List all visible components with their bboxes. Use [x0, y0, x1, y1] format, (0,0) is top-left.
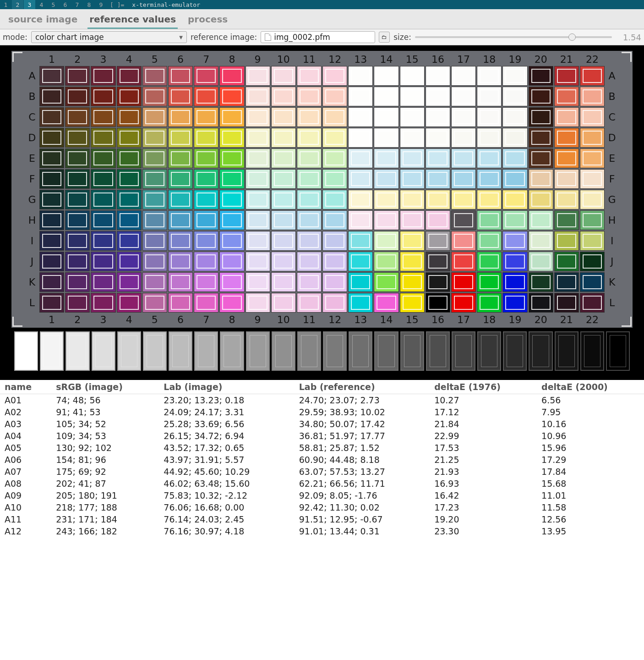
- swatch-B08[interactable]: [219, 87, 244, 106]
- swatch-A08[interactable]: [219, 66, 244, 86]
- swatch-D13[interactable]: [348, 128, 373, 148]
- swatch-D21[interactable]: [554, 128, 579, 148]
- swatch-A22[interactable]: [580, 66, 605, 86]
- swatch-K12[interactable]: [322, 272, 347, 292]
- swatch-E04[interactable]: [117, 148, 142, 168]
- swatch-D01[interactable]: [39, 128, 64, 148]
- col-header[interactable]: name: [0, 380, 51, 394]
- swatch-E15[interactable]: [400, 148, 425, 168]
- swatch-F05[interactable]: [142, 169, 167, 189]
- swatch-F07[interactable]: [194, 169, 218, 189]
- swatch-D14[interactable]: [374, 128, 398, 148]
- color-chart[interactable]: 12345678910111213141516171819202122AABBC…: [11, 51, 633, 328]
- swatch-A12[interactable]: [322, 66, 347, 86]
- table-row[interactable]: A0291; 41; 5324.09; 24.17; 3.3129.59; 38…: [0, 406, 644, 418]
- swatch-B07[interactable]: [194, 87, 218, 106]
- swatch-D02[interactable]: [65, 128, 90, 148]
- gray-swatch-23[interactable]: [606, 331, 630, 371]
- swatch-L02[interactable]: [65, 293, 90, 313]
- swatch-B18[interactable]: [477, 87, 502, 106]
- swatch-G15[interactable]: [400, 190, 425, 209]
- swatch-D07[interactable]: [194, 128, 218, 148]
- swatch-H06[interactable]: [168, 210, 193, 230]
- swatch-F06[interactable]: [168, 169, 193, 189]
- swatch-B22[interactable]: [580, 87, 605, 106]
- swatch-I19[interactable]: [502, 231, 527, 251]
- swatch-B12[interactable]: [322, 87, 347, 106]
- col-header[interactable]: Lab (reference): [295, 380, 430, 394]
- swatch-F15[interactable]: [400, 169, 425, 189]
- swatch-H07[interactable]: [194, 210, 218, 230]
- swatch-F01[interactable]: [39, 169, 64, 189]
- swatch-B13[interactable]: [348, 87, 373, 106]
- crop-corner-top-right[interactable]: [622, 52, 632, 62]
- swatch-D22[interactable]: [580, 128, 605, 148]
- swatch-C05[interactable]: [142, 107, 167, 127]
- workspace-9[interactable]: 9: [95, 0, 107, 9]
- swatch-H12[interactable]: [322, 210, 347, 230]
- swatch-C14[interactable]: [374, 107, 398, 127]
- gray-swatch-16[interactable]: [426, 331, 450, 371]
- swatch-I12[interactable]: [322, 231, 347, 251]
- col-header[interactable]: deltaE (2000): [537, 380, 644, 394]
- swatch-F09[interactable]: [246, 169, 270, 189]
- swatch-D10[interactable]: [271, 128, 296, 148]
- table-row[interactable]: A05130; 92; 10243.52; 17.32; 0.6558.81; …: [0, 442, 644, 454]
- swatch-K02[interactable]: [65, 272, 90, 292]
- gray-swatch-1[interactable]: [40, 331, 64, 371]
- swatch-E06[interactable]: [168, 148, 193, 168]
- swatch-C07[interactable]: [194, 107, 218, 127]
- swatch-H14[interactable]: [374, 210, 398, 230]
- swatch-G18[interactable]: [477, 190, 502, 209]
- swatch-I01[interactable]: [39, 231, 64, 251]
- swatch-F22[interactable]: [580, 169, 605, 189]
- mode-combo[interactable]: color chart image ▼: [31, 31, 187, 43]
- table-row[interactable]: A12243; 166; 18276.16; 30.97; 4.1891.01;…: [0, 525, 644, 537]
- swatch-A19[interactable]: [502, 66, 527, 86]
- swatch-G03[interactable]: [91, 190, 115, 209]
- swatch-D11[interactable]: [297, 128, 322, 148]
- swatch-G10[interactable]: [271, 190, 296, 209]
- gray-swatch-20[interactable]: [529, 331, 552, 371]
- swatch-H21[interactable]: [554, 210, 579, 230]
- swatch-G04[interactable]: [117, 190, 142, 209]
- workspace-4[interactable]: 4: [36, 0, 48, 9]
- gray-swatch-4[interactable]: [117, 331, 141, 371]
- gray-swatch-10[interactable]: [272, 331, 295, 371]
- swatch-L20[interactable]: [529, 293, 553, 313]
- swatch-F11[interactable]: [297, 169, 322, 189]
- gray-swatch-3[interactable]: [92, 331, 115, 371]
- swatch-K09[interactable]: [246, 272, 270, 292]
- swatch-F20[interactable]: [529, 169, 553, 189]
- swatch-J05[interactable]: [142, 252, 167, 271]
- swatch-D16[interactable]: [426, 128, 450, 148]
- swatch-G14[interactable]: [374, 190, 398, 209]
- swatch-A06[interactable]: [168, 66, 193, 86]
- table-row[interactable]: A06154; 81; 9643.97; 31.91; 5.5760.90; 4…: [0, 454, 644, 466]
- gray-swatch-8[interactable]: [220, 331, 244, 371]
- swatch-E22[interactable]: [580, 148, 605, 168]
- swatch-A15[interactable]: [400, 66, 425, 86]
- swatch-A21[interactable]: [554, 66, 579, 86]
- swatch-C13[interactable]: [348, 107, 373, 127]
- swatch-E19[interactable]: [502, 148, 527, 168]
- swatch-A03[interactable]: [91, 66, 115, 86]
- gray-swatch-12[interactable]: [323, 331, 347, 371]
- swatch-F19[interactable]: [502, 169, 527, 189]
- swatch-D05[interactable]: [142, 128, 167, 148]
- swatch-J03[interactable]: [91, 252, 115, 271]
- swatch-I03[interactable]: [91, 231, 115, 251]
- swatch-I16[interactable]: [426, 231, 450, 251]
- swatch-K19[interactable]: [502, 272, 527, 292]
- swatch-F03[interactable]: [91, 169, 115, 189]
- swatch-H08[interactable]: [219, 210, 244, 230]
- swatch-J02[interactable]: [65, 252, 90, 271]
- swatch-D04[interactable]: [117, 128, 142, 148]
- swatch-B14[interactable]: [374, 87, 398, 106]
- swatch-E14[interactable]: [374, 148, 398, 168]
- swatch-C16[interactable]: [426, 107, 450, 127]
- swatch-G11[interactable]: [297, 190, 322, 209]
- swatch-C09[interactable]: [246, 107, 270, 127]
- swatch-F21[interactable]: [554, 169, 579, 189]
- crop-corner-top-left[interactable]: [12, 52, 22, 62]
